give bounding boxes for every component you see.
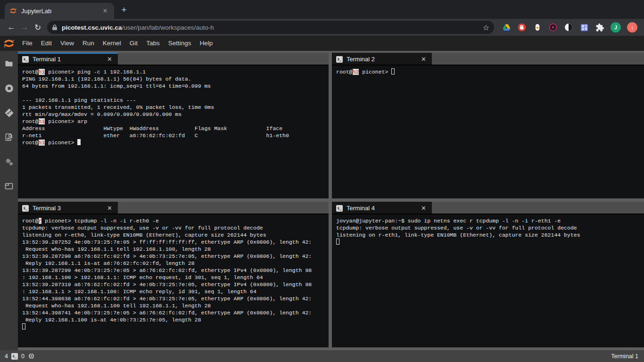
active-widget-label: Terminal 1 bbox=[611, 353, 638, 360]
menu-file[interactable]: File bbox=[18, 40, 37, 47]
browser-update-icon[interactable]: ↑ bbox=[627, 22, 637, 33]
new-tab-button[interactable]: + bbox=[118, 4, 130, 16]
terminal-icon: $_ bbox=[336, 205, 343, 212]
browser-tab-title: JupyterLab bbox=[21, 8, 101, 15]
tab-panel-icon[interactable] bbox=[4, 181, 14, 191]
kernels-count: 0 bbox=[21, 353, 25, 360]
menu-settings[interactable]: Settings bbox=[164, 40, 196, 47]
inspector-icon[interactable] bbox=[4, 132, 14, 142]
terminal-icon: $_ bbox=[22, 205, 29, 212]
terminal-cursor bbox=[336, 239, 339, 245]
menubar-items: FileEditViewRunKernelGitTabsSettingsHelp bbox=[18, 36, 217, 51]
terminal-2-panel: $_ Terminal 2 ✕ root@h2 piconet> bbox=[332, 53, 644, 198]
forward-icon[interactable]: → bbox=[18, 21, 31, 34]
terminal-line: Request who-has 192.168.1.1 tell 192.168… bbox=[22, 246, 329, 253]
terminal-line: listening on r-eth0, link-type EN10MB (E… bbox=[22, 231, 329, 239]
status-bar: 4 $_ 0 Terminal 1 bbox=[0, 350, 644, 362]
grid-extension-icon[interactable] bbox=[579, 23, 589, 32]
terminal-3-tab-label: Terminal 3 bbox=[33, 205, 105, 212]
file-browser-icon[interactable] bbox=[4, 58, 14, 69]
terminal-1-tab[interactable]: $_ Terminal 1 ✕ bbox=[18, 53, 118, 65]
terminal-3-content[interactable]: root@r piconet> tcpdump -l -n -i r-eth0 … bbox=[18, 214, 329, 347]
terminal-line: 13:52:39.287290 a6:76:62:fc:02:fd > 4e:0… bbox=[22, 253, 329, 260]
running-sessions-icon[interactable] bbox=[4, 83, 14, 93]
git-icon[interactable] bbox=[4, 107, 14, 118]
sessions-status[interactable]: 4 $_ 0 bbox=[5, 353, 35, 360]
terminal-cursor bbox=[391, 68, 395, 74]
terminal-line: 13:52:44.398638 a6:76:62:fc:02:fd > 4e:0… bbox=[22, 295, 329, 302]
terminal-line: PING 192.168.1.1 (192.168.1.1) 56(84) by… bbox=[22, 75, 329, 82]
menu-edit[interactable]: Edit bbox=[37, 40, 56, 47]
terminal-cursor bbox=[22, 323, 25, 329]
terminal-line: root@h1 piconet> arp bbox=[22, 118, 329, 125]
terminal-icon: $_ bbox=[11, 353, 18, 360]
tab-close-icon[interactable]: ✕ bbox=[101, 7, 109, 15]
terminal-1-panel: $_ Terminal 1 ✕ root@h1 piconet> ping -c… bbox=[18, 53, 329, 198]
dock-area: $_ Terminal 1 ✕ root@h1 piconet> ping -c… bbox=[18, 51, 644, 350]
menu-view[interactable]: View bbox=[56, 40, 78, 47]
terminal-cursor bbox=[77, 139, 81, 145]
close-icon[interactable]: ✕ bbox=[419, 55, 428, 64]
profile-avatar[interactable]: J bbox=[611, 22, 621, 33]
menu-run[interactable]: Run bbox=[78, 40, 99, 47]
kernel-chip-icon bbox=[28, 353, 35, 360]
terminal-2-tab-label: Terminal 2 bbox=[347, 56, 419, 63]
drive-extension-icon[interactable] bbox=[502, 23, 511, 32]
terminal-line: jovyan@jupyter-pan:~$ sudo ip netns exec… bbox=[336, 217, 644, 224]
terminal-1-tabbar: $_ Terminal 1 ✕ bbox=[18, 53, 329, 66]
address-bar[interactable]: picotest.csc.uvic.ca /user/pan/lab/works… bbox=[47, 21, 494, 34]
extensions-row: J ↑ bbox=[498, 22, 639, 33]
terminal-3-tabbar: $_ Terminal 3 ✕ bbox=[18, 202, 329, 214]
terminal-line: : 192.168.1.1 > 192.168.1.100: ICMP echo… bbox=[22, 288, 329, 295]
terminal-1-content[interactable]: root@h1 piconet> ping -c 1 192.168.1.1PI… bbox=[18, 66, 329, 198]
jupyterlab-menubar: FileEditViewRunKernelGitTabsSettingsHelp bbox=[0, 36, 644, 51]
terminals-count: 4 bbox=[5, 353, 8, 360]
left-sidebar bbox=[0, 51, 18, 350]
browser-tabstrip: JupyterLab ✕ + bbox=[0, 0, 644, 19]
terminal-line: root@r piconet> tcpdump -l -n -i r-eth0 … bbox=[22, 217, 329, 224]
play-extension-icon[interactable] bbox=[548, 23, 558, 32]
menu-kernel[interactable]: Kernel bbox=[99, 40, 125, 47]
menu-help[interactable]: Help bbox=[195, 40, 217, 47]
terminal-icon: $_ bbox=[336, 56, 343, 63]
lock-icon bbox=[52, 24, 58, 31]
terminal-1-tab-label: Terminal 1 bbox=[33, 56, 105, 63]
terminal-line: root@h1 piconet> ping -c 1 192.168.1.1 bbox=[22, 68, 329, 75]
terminal-4-tab-label: Terminal 4 bbox=[347, 205, 419, 212]
terminal-2-content[interactable]: root@h2 piconet> bbox=[332, 66, 644, 198]
terminal-line: 13:52:44.398741 4e:0b:73:25:7e:05 > a6:7… bbox=[22, 309, 329, 316]
terminal-4-tab[interactable]: $_ Terminal 4 ✕ bbox=[332, 202, 432, 214]
terminal-line: Reply 192.168.1.1 is-at a6:76:62:fc:02:f… bbox=[22, 260, 329, 267]
jupyter-favicon-icon bbox=[9, 7, 17, 15]
reload-icon[interactable]: ↻ bbox=[31, 21, 44, 34]
terminal-line: Address HWtype HWaddress Flags Mask Ifac… bbox=[22, 125, 329, 132]
close-icon[interactable]: ✕ bbox=[419, 204, 428, 213]
browser-tab[interactable]: JupyterLab ✕ bbox=[5, 3, 114, 19]
menu-git[interactable]: Git bbox=[125, 40, 142, 47]
terminal-line: rtt min/avg/max/mdev = 0.099/0.099/0.099… bbox=[22, 111, 329, 118]
browser-toolbar: ← → ↻ picotest.csc.uvic.ca /user/pan/lab… bbox=[0, 19, 644, 36]
terminal-3-tab[interactable]: $_ Terminal 3 ✕ bbox=[18, 202, 118, 214]
adblock-extension-icon[interactable] bbox=[517, 23, 527, 32]
terminal-2-tab[interactable]: $_ Terminal 2 ✕ bbox=[332, 53, 432, 65]
terminal-line: 13:52:39.287319 a6:76:62:fc:02:fd > 4e:0… bbox=[22, 281, 329, 288]
extensions-puzzle-icon[interactable] bbox=[595, 23, 604, 32]
jupyter-logo-icon bbox=[0, 37, 18, 49]
back-icon[interactable]: ← bbox=[5, 21, 18, 34]
terminal-line: 13:52:39.287299 4e:0b:73:25:7e:05 > a6:7… bbox=[22, 267, 329, 274]
settings-gears-icon[interactable] bbox=[4, 156, 14, 167]
terminal-line: Reply 192.168.1.100 is-at 4e:0b:73:25:7e… bbox=[22, 316, 329, 323]
terminal-4-content[interactable]: jovyan@jupyter-pan:~$ sudo ip netns exec… bbox=[332, 214, 644, 347]
close-icon[interactable]: ✕ bbox=[105, 55, 114, 64]
bookmark-star-icon[interactable]: ☆ bbox=[483, 23, 489, 32]
terminal-line: root@h2 piconet> bbox=[336, 68, 644, 75]
url-domain: picotest.csc.uvic.ca bbox=[62, 24, 122, 31]
menu-tabs[interactable]: Tabs bbox=[142, 40, 164, 47]
pill-extension-icon[interactable] bbox=[533, 23, 542, 32]
terminal-3-panel: $_ Terminal 3 ✕ root@r piconet> tcpdump … bbox=[18, 202, 329, 347]
close-icon[interactable]: ✕ bbox=[105, 204, 114, 213]
darkreader-extension-icon[interactable] bbox=[564, 23, 573, 32]
terminal-2-tabbar: $_ Terminal 2 ✕ bbox=[332, 53, 644, 66]
terminal-line: r-net1 ether a6:76:62:fc:02:fd C h1-eth0 bbox=[22, 132, 329, 139]
terminal-line: 13:52:39.287252 4e:0b:73:25:7e:05 > ff:f… bbox=[22, 239, 329, 246]
